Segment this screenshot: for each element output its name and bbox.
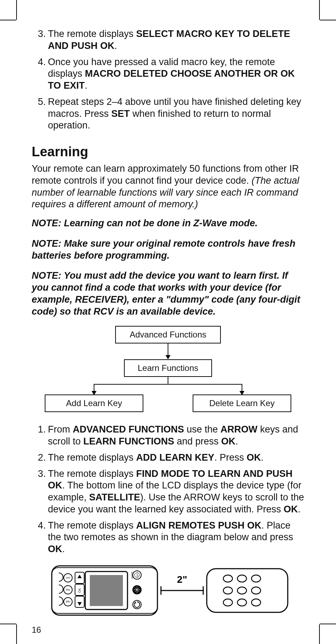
svg-text:SHIFT: SHIFT xyxy=(131,571,133,579)
crop-mark xyxy=(320,20,336,20)
text-bold: OK xyxy=(48,544,62,554)
svg-rect-3 xyxy=(90,575,123,606)
remote-alignment-diagram: OK 1 2 3 SET xyxy=(45,562,291,619)
text-bold: LEARN FUNCTIONS xyxy=(83,436,174,447)
flow-label: Delete Learn Key xyxy=(209,398,274,408)
list-item: 4. Once you have pressed a valid macro k… xyxy=(32,56,304,92)
crop-mark xyxy=(319,624,320,644)
text: The remote displays xyxy=(48,520,136,531)
text-bold: ADVANCED FUNCTIONS xyxy=(73,424,184,435)
flow-node-learn: Learn Functions xyxy=(124,359,212,377)
list-number: 4. xyxy=(32,520,46,532)
original-remote-icon xyxy=(207,569,288,612)
flow-node-delete: Delete Learn Key xyxy=(193,394,291,412)
list-text: The remote displays FIND MODE TO LEARN A… xyxy=(48,468,304,514)
flow-chart: Advanced Functions Learn Functions Add L… xyxy=(45,326,291,414)
text: . xyxy=(85,80,88,91)
text: . xyxy=(62,544,65,554)
list-item: 1.From ADVANCED FUNCTIONS use the ARROW … xyxy=(32,424,304,448)
svg-rect-27 xyxy=(207,569,288,612)
text-bold: SET xyxy=(111,108,130,119)
list-text: The remote displays ALIGN REMOTES PUSH O… xyxy=(48,520,293,555)
list-number: 4. xyxy=(32,56,46,68)
svg-text:1: 1 xyxy=(66,576,70,579)
crop-mark xyxy=(319,0,320,20)
list-text: Repeat steps 2–4 above until you have fi… xyxy=(48,96,301,131)
list-text: From ADVANCED FUNCTIONS use the ARROW ke… xyxy=(48,424,298,447)
list-item: 4.The remote displays ALIGN REMOTES PUSH… xyxy=(32,520,304,555)
text-bold: ALIGN REMOTES PUSH OK xyxy=(136,520,262,531)
distance-label: 2" xyxy=(177,574,187,585)
text: . Press xyxy=(214,452,247,463)
page-number: 16 xyxy=(32,625,41,635)
text: . xyxy=(236,436,238,447)
text: The remote displays xyxy=(48,468,136,479)
text-bold: ARROW xyxy=(220,424,257,435)
text: . xyxy=(114,40,117,51)
list-text: Once you have pressed a valid macro key,… xyxy=(48,57,295,91)
crop-mark xyxy=(0,624,16,624)
text: The remote displays xyxy=(48,452,136,463)
text-bold: SATELLITE xyxy=(89,492,140,503)
flow-node-advanced: Advanced Functions xyxy=(115,326,221,343)
list-number: 1. xyxy=(32,424,46,436)
intro-paragraph: Your remote can learn approximately 50 f… xyxy=(32,163,304,210)
text: . xyxy=(298,504,301,514)
text-bold: ADD LEARN KEY xyxy=(136,452,214,463)
flow-label: Advanced Functions xyxy=(130,330,206,340)
learning-remote-icon: OK 1 2 3 SET xyxy=(52,566,157,615)
list-number: 3. xyxy=(32,468,46,480)
list-item: 5. Repeat steps 2–4 above until you have… xyxy=(32,96,304,132)
list-item: 3.The remote displays FIND MODE TO LEARN… xyxy=(32,468,304,516)
svg-text:OK: OK xyxy=(78,588,81,593)
distance-marker: 2" xyxy=(161,574,203,595)
list-number: 5. xyxy=(32,96,46,108)
text-bold: OK xyxy=(247,452,261,463)
steps-list-top: 3. The remote displays SELECT MACRO KEY … xyxy=(32,28,304,132)
list-number: 2. xyxy=(32,452,46,464)
text: From xyxy=(48,424,73,435)
crop-mark xyxy=(16,0,17,20)
flow-node-add: Add Learn Key xyxy=(45,394,143,412)
crop-mark xyxy=(320,624,336,624)
text: use the xyxy=(184,424,221,435)
crop-mark xyxy=(16,624,17,644)
text: . xyxy=(261,452,264,463)
list-item: 2.The remote displays ADD LEARN KEY. Pre… xyxy=(32,452,304,464)
steps-list-bottom: 1.From ADVANCED FUNCTIONS use the ARROW … xyxy=(32,424,304,555)
flow-label: Add Learn Key xyxy=(66,398,122,408)
text-bold: OK xyxy=(284,504,298,514)
svg-text:SET: SET xyxy=(136,573,138,577)
crop-mark xyxy=(0,20,16,20)
list-item: 3. The remote displays SELECT MACRO KEY … xyxy=(32,28,304,52)
text: and press xyxy=(174,436,222,447)
note-text: NOTE: Make sure your original remote con… xyxy=(32,238,304,262)
note-text: NOTE: Learning can not be done in Z-Wave… xyxy=(32,217,304,229)
svg-text:3: 3 xyxy=(66,600,70,603)
flow-label: Learn Functions xyxy=(138,363,198,373)
text-bold: OK xyxy=(221,436,236,447)
note-text: NOTE: You must add the device you want t… xyxy=(32,270,304,317)
text: The remote displays xyxy=(48,29,136,39)
svg-text:2: 2 xyxy=(66,588,70,591)
list-number: 3. xyxy=(32,28,46,40)
section-heading: Learning xyxy=(32,144,304,159)
list-text: The remote displays ADD LEARN KEY. Press… xyxy=(48,452,263,463)
list-text: The remote displays SELECT MACRO KEY TO … xyxy=(48,29,290,51)
svg-rect-7 xyxy=(75,596,84,607)
